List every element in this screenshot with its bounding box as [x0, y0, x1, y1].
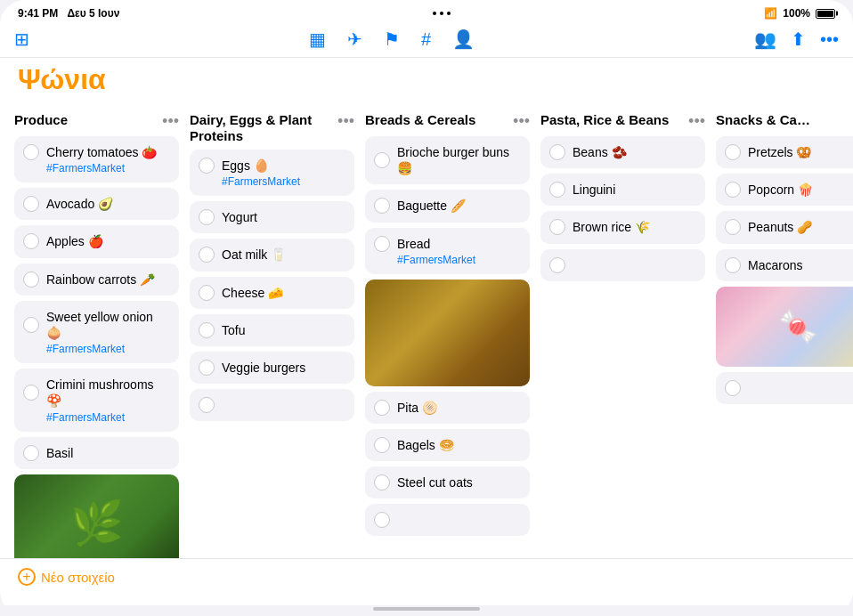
item-tag[interactable]: #FarmersMarket [199, 175, 345, 188]
item-text: Avocado 🥑 [46, 196, 113, 212]
battery-icon [816, 9, 835, 19]
people-icon[interactable]: 👥 [754, 28, 776, 50]
share-icon[interactable]: ⬆ [791, 28, 806, 50]
column-more-dairy[interactable]: ••• [334, 112, 354, 131]
item-text: Pita 🫓 [397, 400, 437, 416]
list-item: Cheese 🧀 [190, 277, 354, 309]
item-checkbox[interactable] [549, 144, 565, 160]
list-item: Rainbow carrots 🥕 [14, 263, 179, 296]
item-checkbox[interactable] [374, 152, 390, 168]
column-title-breads: Breads & Cereals [365, 112, 475, 128]
item-text: Cheese 🧀 [222, 285, 283, 301]
empty-item-snacks[interactable] [716, 372, 853, 404]
item-text: Macarons [748, 257, 802, 273]
empty-checkbox[interactable] [549, 257, 565, 273]
list-item: Yogurt [190, 201, 354, 233]
grid-icon[interactable]: ▦ [309, 28, 326, 50]
item-text: Steel cut oats [397, 474, 473, 490]
column-title-produce: Produce [14, 112, 68, 128]
item-tag[interactable]: #FarmersMarket [23, 162, 170, 174]
item-checkbox[interactable] [374, 400, 390, 416]
empty-checkbox-snacks[interactable] [725, 380, 741, 396]
item-checkbox[interactable] [23, 196, 39, 212]
item-checkbox[interactable] [374, 198, 390, 214]
toolbar-center: ▦ ✈ ⚑ # 👤 [29, 28, 754, 50]
item-text: Bagels 🥯 [397, 437, 454, 453]
item-checkbox[interactable] [199, 158, 215, 174]
column-header-pasta: Pasta, Rice & Beans••• [540, 105, 705, 136]
item-checkbox[interactable] [23, 144, 39, 160]
list-item: Veggie burgers [190, 352, 354, 384]
item-checkbox[interactable] [23, 233, 39, 249]
status-time: 9:41 PM Δευ 5 Ιουν [18, 7, 119, 20]
empty-checkbox[interactable] [199, 397, 215, 413]
empty-item-pasta[interactable] [540, 249, 705, 281]
send-icon[interactable]: ✈ [347, 28, 362, 50]
list-item: Apples 🍎 [14, 225, 179, 257]
item-checkbox[interactable] [199, 209, 215, 225]
item-checkbox[interactable] [374, 474, 390, 490]
item-checkbox[interactable] [374, 236, 390, 252]
wifi-icon: 📶 [764, 7, 777, 20]
item-checkbox[interactable] [23, 385, 39, 401]
item-tag[interactable]: #FarmersMarket [23, 411, 170, 424]
item-tag[interactable]: #FarmersMarket [374, 254, 521, 266]
item-checkbox[interactable] [549, 219, 565, 235]
column-title-dairy: Dairy, Eggs & Plant Proteins [190, 112, 334, 144]
item-tag[interactable]: #FarmersMarket [23, 343, 170, 355]
column-more-produce[interactable]: ••• [158, 112, 179, 131]
empty-item-breads[interactable] [365, 504, 530, 536]
item-checkbox[interactable] [23, 445, 39, 461]
item-text: Eggs 🥚 [222, 158, 269, 174]
item-text: Apples 🍎 [46, 233, 103, 249]
list-item: Peanuts 🥜 [716, 211, 853, 243]
more-icon[interactable]: ••• [820, 29, 839, 50]
item-checkbox[interactable] [199, 322, 215, 338]
item-text: Veggie burgers [222, 360, 305, 376]
item-checkbox[interactable] [725, 219, 741, 235]
item-checkbox[interactable] [725, 144, 741, 160]
item-checkbox[interactable] [549, 182, 565, 198]
flag-icon[interactable]: ⚑ [384, 28, 400, 50]
toolbar-right: 👥 ⬆ ••• [754, 28, 839, 50]
list-item: Brioche burger buns 🍔 [365, 136, 530, 184]
item-text: Linguini [573, 182, 615, 198]
list-item: Pretzels 🥨 [716, 136, 853, 168]
item-text: Crimini mushrooms 🍄 [46, 377, 170, 409]
sidebar-toggle-icon[interactable]: ⊞ [14, 28, 29, 50]
add-icon: + [18, 568, 36, 586]
list-item: Linguini [540, 174, 705, 206]
item-text: Cherry tomatoes 🍅 [46, 144, 157, 160]
add-item-label: Νέο στοιχείο [41, 570, 115, 585]
item-checkbox[interactable] [725, 257, 741, 273]
item-text: Brioche burger buns 🍔 [397, 144, 521, 176]
item-checkbox[interactable] [374, 437, 390, 453]
column-pasta: Pasta, Rice & Beans•••Beans 🫘LinguiniBro… [540, 105, 705, 591]
column-snacks: Snacks & Ca…•••Pretzels 🥨Popcorn 🍿Peanut… [716, 105, 853, 591]
item-checkbox[interactable] [199, 360, 215, 376]
item-image-bread [365, 280, 530, 386]
add-item-button[interactable]: + Νέο στοιχείο [18, 568, 115, 586]
item-text: Brown rice 🌾 [573, 219, 650, 235]
item-text: Peanuts 🥜 [748, 219, 812, 235]
item-text: Beans 🫘 [573, 144, 627, 160]
list-item: Steel cut oats [365, 466, 530, 498]
person-icon[interactable]: 👤 [452, 28, 475, 50]
column-produce: Produce•••Cherry tomatoes 🍅#FarmersMarke… [14, 105, 179, 591]
column-more-pasta[interactable]: ••• [685, 112, 705, 131]
item-checkbox[interactable] [199, 247, 215, 263]
list-item: Tofu [190, 314, 354, 346]
list-item: Pita 🫓 [365, 392, 530, 424]
item-checkbox[interactable] [199, 285, 215, 301]
empty-checkbox-breads[interactable] [374, 512, 390, 528]
list-item: Bagels 🥯 [365, 429, 530, 461]
item-checkbox[interactable] [23, 317, 39, 333]
item-checkbox[interactable] [725, 182, 741, 198]
home-indicator [373, 607, 480, 611]
status-center-dots [433, 12, 451, 15]
hashtag-icon[interactable]: # [421, 29, 431, 50]
item-checkbox[interactable] [23, 272, 39, 288]
column-more-breads[interactable]: ••• [509, 112, 530, 131]
empty-item-dairy[interactable] [190, 389, 354, 421]
item-text: Tofu [222, 322, 245, 338]
